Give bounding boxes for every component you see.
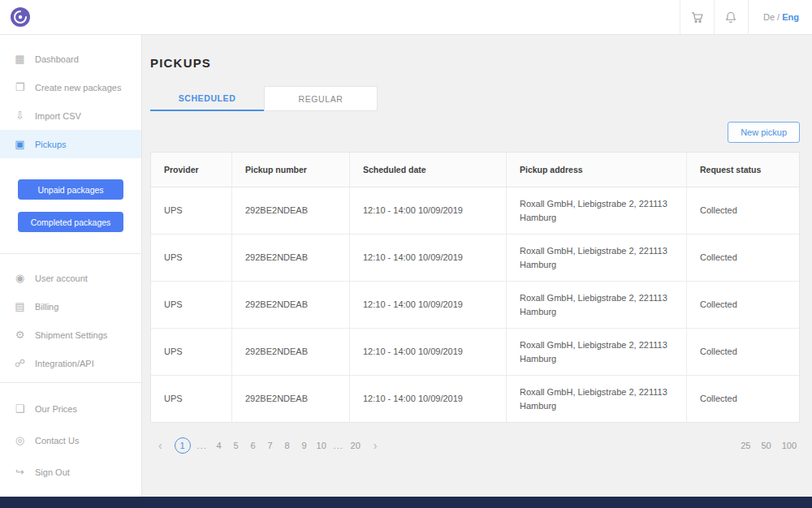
sidebar-action-button[interactable]: Unpaid packages [18, 179, 123, 200]
sidebar-item-label: Sign Out [35, 467, 70, 477]
sidebar-action-button[interactable]: Completed packages [18, 212, 123, 232]
cell-pickup-number: 292BE2NDEAB [232, 235, 350, 281]
page-number[interactable]: 7 [265, 441, 276, 450]
table-row: UPS 292BE2NDEAB 12:10 - 14:00 10/09/2019… [151, 329, 799, 376]
cart-icon [690, 11, 704, 24]
sidebar-item-icon: ❑ [14, 403, 26, 415]
page-size-option[interactable]: 100 [782, 441, 797, 450]
cell-pickup-address: Roxall GmbH, Liebigstrabe 2, 221113 Hamb… [507, 187, 687, 234]
page-size-option[interactable]: 25 [741, 441, 750, 450]
lang-de[interactable]: De [763, 12, 775, 22]
sidebar-item-icon: ▣ [14, 138, 26, 150]
cell-request-status: Collected [687, 187, 799, 234]
table-header-cell: Scheduled date [350, 153, 507, 187]
sidebar-item-icon: ↪ [14, 466, 26, 478]
page-title: PICKUPS [150, 56, 800, 70]
page-number[interactable]: 6 [248, 441, 259, 450]
pickups-table: Provider Pickup number Scheduled date Pi… [150, 152, 800, 423]
page-number[interactable]: 1 [175, 437, 191, 454]
sidebar-item-icon: ◉ [14, 272, 26, 284]
pagination-row: ‹ 1 ... 4 5 6 7 [150, 437, 800, 454]
page-number[interactable]: 20 [350, 441, 361, 450]
table-body: UPS 292BE2NDEAB 12:10 - 14:00 10/09/2019… [151, 187, 799, 422]
sidebar-item-label: Our Prices [35, 404, 77, 414]
sidebar-divider [0, 382, 141, 383]
cell-pickup-address: Roxall GmbH, Liebigstrabe 2, 221113 Hamb… [507, 329, 687, 375]
sidebar-item[interactable]: ▦ Dashboard [0, 45, 141, 73]
sidebar-item-icon: ▦ [14, 53, 26, 65]
sidebar-footer-nav: ❑ Our Prices ◎ Contact Us ↪ Sign Out [0, 393, 141, 488]
toolbar-row: New pickup [150, 122, 800, 143]
sidebar-item[interactable]: ◉ User account [0, 264, 141, 292]
page-number[interactable]: 5 [231, 441, 242, 450]
cart-button[interactable] [680, 0, 714, 34]
sidebar-item[interactable]: ◎ Contact Us [0, 424, 141, 456]
page-list: 1 ... 4 5 6 7 8 [175, 437, 361, 454]
cell-pickup-number: 292BE2NDEAB [232, 376, 350, 422]
sidebar-main-nav: ▦ Dashboard ❐ Create new packages ⇩ Impo… [0, 45, 141, 158]
lang-separator: / [775, 12, 782, 22]
page-number[interactable]: 8 [282, 441, 293, 450]
tabs: SCHEDULED REGULAR [150, 86, 800, 111]
notifications-button[interactable] [714, 0, 748, 34]
cell-pickup-number: 292BE2NDEAB [232, 282, 350, 328]
topbar: De / Eng [0, 0, 812, 35]
layout: ▦ Dashboard ❐ Create new packages ⇩ Impo… [0, 35, 812, 497]
sidebar-item-label: Create new packages [35, 83, 121, 93]
cell-pickup-address: Roxall GmbH, Liebigstrabe 2, 221113 Hamb… [507, 282, 687, 328]
pager: ‹ 1 ... 4 5 6 7 [152, 437, 383, 454]
sidebar-item-label: Contact Us [35, 436, 79, 446]
cell-pickup-number: 292BE2NDEAB [232, 329, 350, 375]
sidebar: ▦ Dashboard ❐ Create new packages ⇩ Impo… [0, 35, 142, 497]
cell-scheduled-date: 12:10 - 14:00 10/09/2019 [350, 376, 507, 422]
cell-pickup-address: Roxall GmbH, Liebigstrabe 2, 221113 Hamb… [507, 235, 687, 281]
cell-scheduled-date: 12:10 - 14:00 10/09/2019 [350, 187, 507, 234]
page-number[interactable]: 9 [299, 441, 310, 450]
sidebar-item[interactable]: ▤ Billing [0, 292, 141, 321]
sidebar-item[interactable]: ⚙ Shipment Settings [0, 321, 141, 349]
sidebar-item[interactable]: ▣ Pickups [0, 130, 141, 158]
table-row: UPS 292BE2NDEAB 12:10 - 14:00 10/09/2019… [151, 235, 799, 282]
topbar-actions: De / Eng [680, 0, 812, 34]
sidebar-item[interactable]: ❑ Our Prices [0, 393, 141, 424]
new-pickup-button[interactable]: New pickup [728, 122, 800, 143]
page-size-selector: 25 50 100 [741, 441, 798, 450]
cell-provider: UPS [151, 235, 232, 281]
footer-bar [0, 497, 812, 508]
page-number[interactable]: ... [333, 441, 344, 450]
page-number[interactable]: ... [197, 441, 208, 450]
language-switcher: De / Eng [748, 0, 812, 34]
cell-request-status: Collected [687, 376, 799, 422]
next-page-button[interactable]: › [367, 439, 384, 452]
sidebar-item[interactable]: ⇩ Import CSV [0, 101, 141, 130]
app-window: De / Eng ▦ Dashboard ❐ Create new packag… [0, 0, 812, 508]
table-row: UPS 292BE2NDEAB 12:10 - 14:00 10/09/2019… [151, 376, 799, 422]
page-number[interactable]: 4 [214, 441, 225, 450]
table-header-cell: Pickup address [507, 153, 687, 187]
sidebar-item[interactable]: ❐ Create new packages [0, 73, 141, 101]
cell-scheduled-date: 12:10 - 14:00 10/09/2019 [350, 329, 507, 375]
table-row: UPS 292BE2NDEAB 12:10 - 14:00 10/09/2019… [151, 282, 799, 329]
sidebar-item[interactable]: ↪ Sign Out [0, 456, 141, 488]
page-size-option[interactable]: 50 [761, 441, 771, 450]
cell-request-status: Collected [687, 329, 799, 375]
sidebar-item-icon: ⚙ [14, 329, 26, 341]
sidebar-item[interactable]: ☍ Integration/API [0, 349, 141, 377]
table-header-cell: Request status [687, 153, 799, 187]
sidebar-account-nav: ◉ User account ▤ Billing ⚙ Shipment Sett… [0, 264, 141, 377]
tab[interactable]: REGULAR [264, 86, 378, 111]
page-number[interactable]: 10 [316, 441, 327, 450]
cell-provider: UPS [151, 376, 232, 422]
app-logo[interactable] [11, 7, 30, 27]
sidebar-item-label: Integration/API [35, 359, 94, 368]
cell-request-status: Collected [687, 282, 799, 328]
prev-page-button[interactable]: ‹ [152, 439, 169, 452]
table-header-cell: Pickup number [232, 153, 350, 187]
cell-pickup-number: 292BE2NDEAB [232, 187, 350, 234]
sidebar-item-label: Pickups [35, 140, 67, 149]
cell-provider: UPS [151, 187, 232, 234]
lang-eng[interactable]: Eng [782, 12, 799, 22]
tab[interactable]: SCHEDULED [150, 86, 264, 111]
sidebar-item-label: Dashboard [35, 54, 79, 64]
sidebar-item-label: Import CSV [35, 111, 81, 121]
